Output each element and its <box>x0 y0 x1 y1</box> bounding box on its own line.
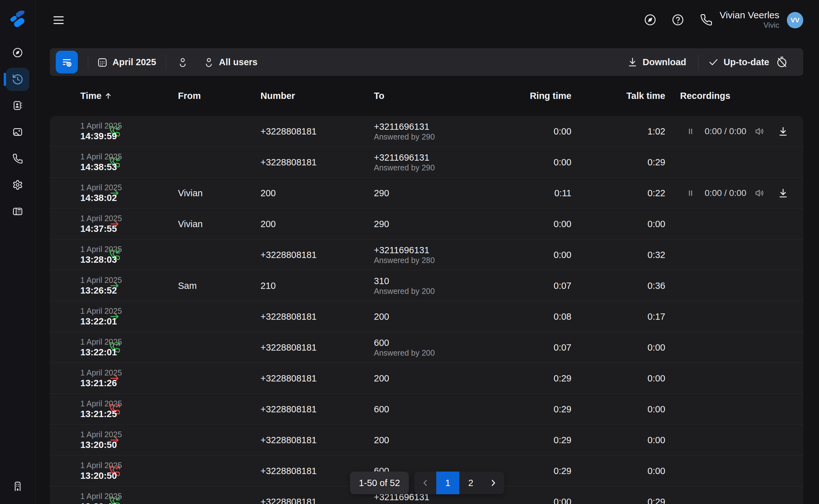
call-clock: 13:20:50 <box>80 470 122 481</box>
call-to: 290 <box>374 219 389 229</box>
call-row[interactable]: 1 April 202513:22:01+3228808181600Answer… <box>50 332 803 363</box>
table-header: Time From Number To Ring time Talk time … <box>50 76 803 116</box>
call-time: 1 April 202513:26:52 <box>80 275 122 296</box>
download-label: Download <box>643 57 686 67</box>
column-header-number: Number <box>261 76 295 116</box>
column-header-from: From <box>178 76 201 116</box>
users-label: All users <box>219 57 258 67</box>
call-to-number: 290 <box>374 188 389 198</box>
sidebar-item-desk-phone[interactable] <box>6 200 29 223</box>
call-number: 200 <box>261 219 276 229</box>
recording-player: 0:00 / 0:00 <box>686 116 788 146</box>
call-row[interactable]: 1 April 202514:38:02Vivian2002900:110:22… <box>50 178 803 209</box>
chevron-left-icon[interactable] <box>414 472 436 494</box>
call-row[interactable]: 1 April 202514:38:53+3228808181+32116961… <box>50 147 803 178</box>
call-date: 1 April 2025 <box>80 121 122 131</box>
menu-icon[interactable] <box>50 12 67 28</box>
call-date: 1 April 2025 <box>80 399 122 409</box>
talk-time: 0:22 <box>648 188 665 198</box>
pause-icon[interactable] <box>686 188 695 198</box>
sync-status[interactable]: Up-to-date <box>708 48 769 76</box>
call-number: 200 <box>261 188 276 198</box>
sidebar-item-contact-card[interactable] <box>6 94 29 117</box>
period-selector[interactable]: April 2025 <box>97 48 156 76</box>
call-number: +3228808181 <box>261 249 317 260</box>
sidebar-item-settings[interactable] <box>6 173 29 197</box>
call-date: 1 April 2025 <box>80 337 122 347</box>
call-to: +3211696131Answered by 290 <box>374 121 435 141</box>
chevron-right-icon[interactable] <box>482 472 504 494</box>
sidebar-item-media[interactable] <box>6 120 29 144</box>
call-row[interactable]: 1 April 202513:26:52Sam210310Answered by… <box>50 270 803 301</box>
speaker-icon[interactable] <box>754 126 765 137</box>
call-to-number: 600 <box>374 404 389 415</box>
call-clock: 14:38:53 <box>80 162 122 173</box>
column-header-time[interactable]: Time <box>80 76 112 116</box>
call-time: 1 April 202513:20:50 <box>80 461 122 481</box>
ring-time: 0:07 <box>554 342 571 352</box>
column-header-recordings: Recordings <box>680 76 730 116</box>
call-date: 1 April 2025 <box>80 214 122 223</box>
download-recording-icon[interactable] <box>778 188 788 198</box>
page-button-1[interactable]: 1 <box>436 472 459 494</box>
answered-by: Answered by 200 <box>374 348 435 358</box>
call-date: 1 April 2025 <box>80 491 122 501</box>
period-label: April 2025 <box>112 57 156 67</box>
call-row[interactable]: 1 April 202513:22:01+32288081812000:080:… <box>50 301 803 332</box>
call-row[interactable]: 1 April 202514:39:59+3228808181+32116961… <box>50 116 803 147</box>
page-button-2[interactable]: 2 <box>459 472 482 494</box>
sidebar-item-phone[interactable] <box>6 147 29 170</box>
call-clock: 13:20:48 <box>80 501 122 504</box>
auto-refresh-toggle[interactable] <box>776 48 788 76</box>
talk-time: 0:32 <box>648 249 665 260</box>
pause-icon[interactable] <box>686 127 695 136</box>
call-row[interactable]: 1 April 202513:21:25+32288081816000:290:… <box>50 394 803 425</box>
call-to: 600 <box>374 404 389 415</box>
call-row[interactable]: 1 April 202513:21:26+32288081812000:290:… <box>50 363 803 394</box>
ring-time: 0:00 <box>554 496 571 504</box>
speaker-icon[interactable] <box>754 188 765 198</box>
talk-time: 1:02 <box>648 126 665 136</box>
call-number: +3228808181 <box>261 496 317 504</box>
agent-filter-button[interactable] <box>177 48 188 76</box>
person-icon <box>203 57 214 67</box>
talk-time: 0:00 <box>648 219 665 229</box>
ring-time: 0:00 <box>554 249 571 260</box>
call-time: 1 April 202513:20:48 <box>80 491 122 504</box>
compass-icon[interactable] <box>643 13 657 27</box>
call-clock: 13:28:03 <box>80 254 122 265</box>
call-date: 1 April 2025 <box>80 368 122 378</box>
download-recording-icon[interactable] <box>778 126 788 137</box>
answered-by: Answered by 200 <box>374 502 435 504</box>
user-menu[interactable]: Vivian Veerles Vivic <box>719 9 779 30</box>
sidebar-item-company[interactable] <box>6 475 29 498</box>
ring-time: 0:29 <box>554 435 571 445</box>
call-number: +3228808181 <box>261 466 317 476</box>
users-selector[interactable]: All users <box>203 48 258 76</box>
call-history-app: Vivian Veerles Vivic VV April 2025 All u… <box>0 0 819 504</box>
ring-time: 0:11 <box>554 188 571 198</box>
call-clock: 13:21:25 <box>80 409 122 420</box>
sidebar-item-history[interactable] <box>6 68 29 91</box>
help-icon[interactable] <box>671 13 685 27</box>
call-to: 200 <box>374 373 389 384</box>
user-organization: Vivic <box>719 21 779 30</box>
column-label: Time <box>80 91 101 101</box>
call-from: Vivian <box>178 188 203 198</box>
answered-by: Answered by 280 <box>374 255 435 265</box>
download-button[interactable]: Download <box>627 48 686 76</box>
clear-filters-button[interactable] <box>56 51 78 73</box>
phone-icon[interactable] <box>699 13 713 27</box>
call-to-number: 200 <box>374 311 389 322</box>
ring-time: 0:00 <box>554 219 571 229</box>
call-to-number: +3211696131 <box>374 121 435 132</box>
avatar[interactable]: VV <box>787 12 803 28</box>
column-header-talk-time: Talk time <box>626 76 665 116</box>
sidebar-item-compass[interactable] <box>6 41 29 64</box>
filter-toolbar: April 2025 All users Download Up-to-date <box>50 48 803 76</box>
call-row[interactable]: 1 April 202513:20:50+32288081812000:290:… <box>50 425 803 455</box>
call-row[interactable]: 1 April 202513:28:03+3228808181+32116961… <box>50 239 803 270</box>
ring-time: 0:00 <box>554 157 571 167</box>
person-icon <box>177 57 188 67</box>
call-row[interactable]: 1 April 202514:37:55Vivian2002900:000:00 <box>50 209 803 239</box>
